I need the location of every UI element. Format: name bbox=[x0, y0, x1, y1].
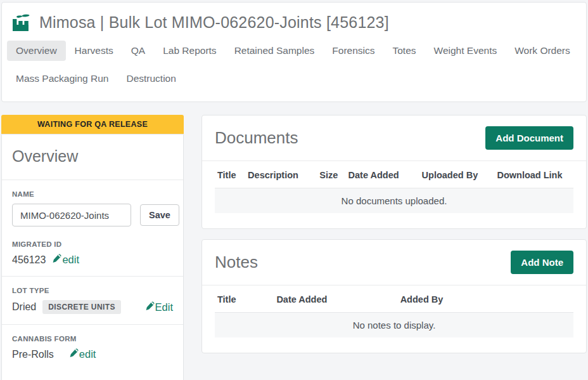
tab-forensics[interactable]: Forensics bbox=[323, 41, 383, 61]
migrated-id-value: 456123 bbox=[12, 254, 46, 266]
documents-table: Title Description Size Date Added Upload… bbox=[215, 161, 573, 213]
lot-type-value: Dried bbox=[12, 301, 36, 313]
tab-retained-samples[interactable]: Retained Samples bbox=[226, 41, 324, 61]
name-section: NAME Save MIGRATED ID 456123 edit bbox=[2, 180, 183, 276]
documents-empty-message: No documents uploaded. bbox=[215, 188, 573, 214]
notes-title: Notes bbox=[215, 252, 258, 272]
content-area: WAITING FOR QA RELEASE Overview NAME Sav… bbox=[1, 115, 587, 380]
tab-bar: Overview Harvests QA Lab Reports Retaine… bbox=[2, 34, 586, 102]
notes-panel: Notes Add Note Title Date Added Added By bbox=[201, 239, 587, 353]
migrated-id-edit-link[interactable]: edit bbox=[52, 254, 79, 266]
main-panels: Documents Add Document Title Description… bbox=[201, 115, 587, 353]
name-input[interactable] bbox=[12, 204, 131, 226]
tab-overview[interactable]: Overview bbox=[7, 41, 66, 61]
cannabis-form-label: CANNABIS FORM bbox=[12, 335, 173, 343]
documents-title: Documents bbox=[215, 128, 298, 148]
sidebar-heading: Overview bbox=[2, 134, 183, 180]
tab-weight-events[interactable]: Weight Events bbox=[425, 41, 506, 61]
documents-col-date-added: Date Added bbox=[346, 161, 419, 188]
tab-mass-packaging-run[interactable]: Mass Packaging Run bbox=[7, 69, 117, 89]
edit-pencil-icon bbox=[52, 254, 61, 266]
tab-work-orders[interactable]: Work Orders bbox=[506, 41, 579, 61]
notes-empty-message: No notes to display. bbox=[215, 313, 573, 338]
documents-col-title: Title bbox=[215, 161, 245, 188]
status-badge: WAITING FOR QA RELEASE bbox=[1, 115, 184, 134]
add-note-button[interactable]: Add Note bbox=[511, 251, 573, 274]
overview-card: Overview NAME Save MIGRATED ID 456123 bbox=[1, 134, 184, 380]
page-title: Mimosa | Bulk Lot MIMO-062620-Joints [45… bbox=[39, 13, 389, 32]
documents-empty-row: No documents uploaded. bbox=[215, 188, 573, 214]
discrete-units-badge: DISCRETE UNITS bbox=[42, 300, 121, 314]
documents-col-uploaded-by: Uploaded By bbox=[419, 161, 495, 188]
lot-header-card: Mimosa | Bulk Lot MIMO-062620-Joints [45… bbox=[1, 2, 587, 102]
cannabis-form-section: CANNABIS FORM Pre-Rolls edit bbox=[2, 325, 183, 370]
save-button[interactable]: Save bbox=[140, 204, 179, 226]
documents-col-size: Size bbox=[317, 161, 345, 188]
edit-pencil-icon bbox=[69, 348, 79, 360]
tab-lab-reports[interactable]: Lab Reports bbox=[154, 41, 225, 61]
title-row: Mimosa | Bulk Lot MIMO-062620-Joints [45… bbox=[2, 3, 586, 34]
lot-type-section: LOT TYPE Dried DISCRETE UNITS Edit bbox=[2, 277, 183, 324]
notes-empty-row: No notes to display. bbox=[215, 313, 573, 338]
notes-col-date-added: Date Added bbox=[274, 285, 397, 313]
migrated-id-label: MIGRATED ID bbox=[12, 240, 173, 248]
tab-destruction[interactable]: Destruction bbox=[117, 69, 184, 89]
notes-col-added-by: Added By bbox=[398, 285, 573, 313]
add-document-button[interactable]: Add Document bbox=[485, 126, 573, 150]
documents-col-download-link: Download Link bbox=[494, 161, 573, 188]
documents-panel: Documents Add Document Title Description… bbox=[201, 115, 587, 229]
factory-icon bbox=[11, 14, 31, 32]
notes-table: Title Date Added Added By No notes to di… bbox=[215, 285, 573, 337]
lot-type-label: LOT TYPE bbox=[12, 287, 173, 294]
tab-qa[interactable]: QA bbox=[122, 41, 154, 61]
cannabis-form-edit-link[interactable]: edit bbox=[69, 348, 96, 360]
overview-sidebar: WAITING FOR QA RELEASE Overview NAME Sav… bbox=[1, 115, 184, 380]
documents-col-description: Description bbox=[245, 161, 317, 188]
tab-totes[interactable]: Totes bbox=[383, 41, 425, 61]
tab-harvests[interactable]: Harvests bbox=[66, 41, 122, 61]
lot-type-edit-link[interactable]: Edit bbox=[145, 301, 173, 313]
edit-pencil-icon bbox=[145, 301, 155, 313]
notes-col-title: Title bbox=[215, 285, 274, 313]
cannabis-form-value: Pre-Rolls bbox=[12, 349, 54, 360]
name-label: NAME bbox=[12, 190, 173, 198]
